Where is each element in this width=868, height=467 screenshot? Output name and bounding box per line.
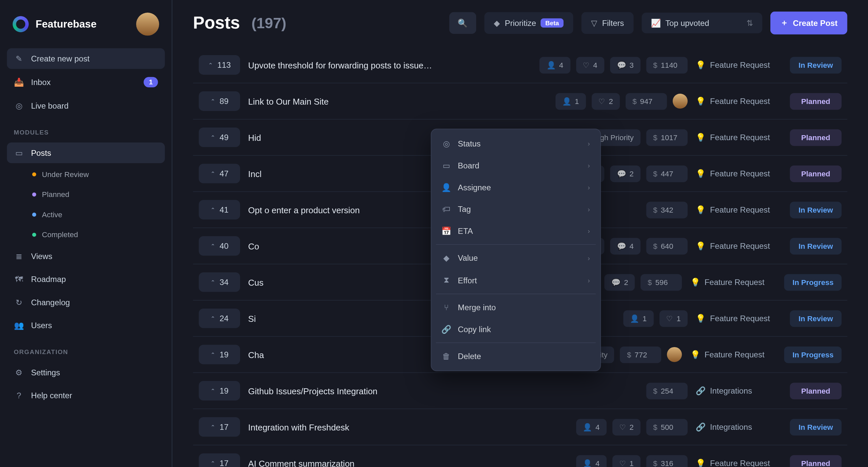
- vote-button[interactable]: ⌃89: [199, 91, 240, 111]
- context-menu-assignee[interactable]: 👤Assignee›: [435, 176, 597, 198]
- vote-button[interactable]: ⌃19: [199, 345, 240, 364]
- post-title[interactable]: Co: [248, 241, 461, 251]
- status-badge[interactable]: In Review: [790, 238, 842, 254]
- context-menu-board[interactable]: ▭Board›: [435, 154, 597, 176]
- status-badge[interactable]: In Review: [790, 310, 842, 326]
- vote-button[interactable]: ⌃19: [199, 381, 240, 401]
- people-chip[interactable]: 👤4: [576, 418, 606, 435]
- hearts-chip[interactable]: ♡4: [576, 57, 604, 73]
- value-chip[interactable]: $1017: [646, 129, 688, 146]
- sidebar-item-help[interactable]: ?Help center: [7, 385, 165, 406]
- hearts-chip[interactable]: ♡1: [612, 455, 641, 467]
- user-avatar[interactable]: [136, 12, 159, 35]
- vote-button[interactable]: ⌃24: [199, 309, 240, 328]
- sidebar-item-posts[interactable]: ▭ Posts: [7, 143, 165, 163]
- post-title[interactable]: Cha: [248, 350, 458, 360]
- status-badge[interactable]: In Progress: [784, 346, 841, 363]
- vote-button[interactable]: ⌃47: [199, 164, 240, 183]
- context-menu-copy-link[interactable]: 🔗Copy link: [435, 318, 597, 340]
- category-label[interactable]: 🔗Integrations: [696, 386, 782, 396]
- post-row[interactable]: ⌃89Link to Our Main Site👤1♡2$947💡Feature…: [193, 83, 847, 120]
- vote-button[interactable]: ⌃17: [199, 454, 240, 467]
- status-badge[interactable]: In Progress: [784, 274, 841, 290]
- people-chip[interactable]: 👤4: [576, 455, 606, 467]
- status-filter-active[interactable]: Active: [7, 206, 165, 223]
- category-label[interactable]: 💡Feature Request: [690, 350, 776, 360]
- people-chip[interactable]: 👤4: [539, 57, 570, 73]
- vote-button[interactable]: ⌃49: [199, 128, 240, 147]
- context-menu-tag[interactable]: 🏷Tag›: [435, 198, 597, 220]
- comments-chip[interactable]: 💬4: [610, 238, 641, 254]
- sidebar-item-views[interactable]: ≣Views: [7, 246, 165, 267]
- value-chip[interactable]: $447: [646, 165, 688, 182]
- vote-button[interactable]: ⌃113: [199, 55, 240, 75]
- post-title[interactable]: Link to Our Main Site: [248, 96, 547, 106]
- category-label[interactable]: 💡Feature Request: [696, 242, 782, 251]
- value-chip[interactable]: $500: [646, 418, 688, 435]
- people-chip[interactable]: 👤1: [623, 310, 653, 326]
- value-chip[interactable]: $254: [646, 382, 688, 399]
- hearts-chip[interactable]: ♡2: [612, 418, 641, 435]
- status-badge[interactable]: Planned: [790, 129, 842, 146]
- post-title[interactable]: Integration with Freshdesk: [248, 422, 568, 432]
- category-label[interactable]: 🔗Integrations: [696, 423, 782, 432]
- vote-button[interactable]: ⌃40: [199, 236, 240, 256]
- status-filter-under-review[interactable]: Under Review: [7, 165, 165, 183]
- context-menu-status[interactable]: ◎Status›: [435, 133, 597, 155]
- category-label[interactable]: 💡Feature Request: [696, 133, 782, 142]
- category-label[interactable]: 💡Feature Request: [696, 205, 782, 215]
- context-menu-merge[interactable]: ⑂Merge into: [435, 297, 597, 318]
- value-chip[interactable]: $342: [646, 201, 688, 218]
- comments-chip[interactable]: 💬2: [604, 274, 635, 290]
- category-label[interactable]: 💡Feature Request: [696, 314, 782, 323]
- sort-dropdown[interactable]: 📈 Top upvoted ⇅: [642, 12, 763, 33]
- value-chip[interactable]: $596: [641, 274, 682, 290]
- post-row[interactable]: ⌃113Upvote threshold for forwarding post…: [193, 47, 847, 83]
- assignee-avatar[interactable]: [673, 94, 688, 108]
- status-badge[interactable]: In Review: [790, 201, 842, 218]
- hearts-chip[interactable]: ♡1: [659, 310, 688, 326]
- hearts-chip[interactable]: ♡2: [591, 93, 620, 109]
- create-new-post-button[interactable]: ✎ Create new post: [7, 48, 165, 69]
- value-chip[interactable]: $640: [646, 238, 688, 254]
- filters-button[interactable]: ▽ Filters: [582, 12, 634, 34]
- post-row[interactable]: ⌃17AI Comment summarization👤4♡1$316💡Feat…: [193, 445, 847, 467]
- sidebar-item-changelog[interactable]: ↻Changelog: [7, 292, 165, 313]
- vote-button[interactable]: ⌃41: [199, 200, 240, 220]
- value-chip[interactable]: $1140: [646, 57, 688, 73]
- create-post-button[interactable]: ＋ Create Post: [770, 12, 847, 35]
- context-menu-eta[interactable]: 📅ETA›: [435, 220, 597, 242]
- post-row[interactable]: ⌃19Github Issues/Projects Integration$25…: [193, 373, 847, 409]
- post-title[interactable]: Upvote threshold for forwarding posts to…: [248, 60, 531, 70]
- vote-button[interactable]: ⌃34: [199, 272, 240, 292]
- comments-chip[interactable]: 💬2: [610, 165, 641, 182]
- context-menu-effort[interactable]: ⧗Effort›: [435, 269, 597, 291]
- status-badge[interactable]: Planned: [790, 382, 842, 399]
- sidebar-item-settings[interactable]: ⚙Settings: [7, 362, 165, 383]
- value-chip[interactable]: $947: [626, 93, 667, 109]
- vote-button[interactable]: ⌃17: [199, 417, 240, 437]
- people-chip[interactable]: 👤1: [555, 93, 586, 109]
- status-badge[interactable]: Planned: [790, 455, 842, 467]
- context-menu-delete[interactable]: 🗑Delete: [435, 345, 597, 367]
- category-label[interactable]: 💡Feature Request: [696, 169, 782, 178]
- status-badge[interactable]: In Review: [790, 57, 842, 73]
- status-filter-completed[interactable]: Completed: [7, 226, 165, 244]
- category-label[interactable]: 💡Feature Request: [696, 60, 782, 70]
- sidebar-item-roadmap[interactable]: 🗺Roadmap: [7, 269, 165, 290]
- sidebar-item-live-board[interactable]: ◎ Live board: [7, 95, 165, 116]
- status-badge[interactable]: Planned: [790, 165, 842, 182]
- post-row[interactable]: ⌃17Integration with Freshdesk👤4♡2$500🔗In…: [193, 409, 847, 445]
- sidebar-item-users[interactable]: 👥Users: [7, 315, 165, 336]
- value-chip[interactable]: $316: [646, 455, 688, 467]
- category-label[interactable]: 💡Feature Request: [696, 459, 782, 467]
- assignee-avatar[interactable]: [667, 347, 682, 362]
- status-filter-planned[interactable]: Planned: [7, 186, 165, 204]
- sidebar-item-inbox[interactable]: 📥 Inbox 1: [7, 71, 165, 93]
- post-title[interactable]: Github Issues/Projects Integration: [248, 386, 638, 396]
- status-badge[interactable]: Planned: [790, 93, 842, 109]
- category-label[interactable]: 💡Feature Request: [696, 97, 782, 106]
- value-chip[interactable]: $772: [620, 346, 661, 363]
- category-label[interactable]: 💡Feature Request: [690, 278, 776, 287]
- comments-chip[interactable]: 💬3: [610, 57, 641, 73]
